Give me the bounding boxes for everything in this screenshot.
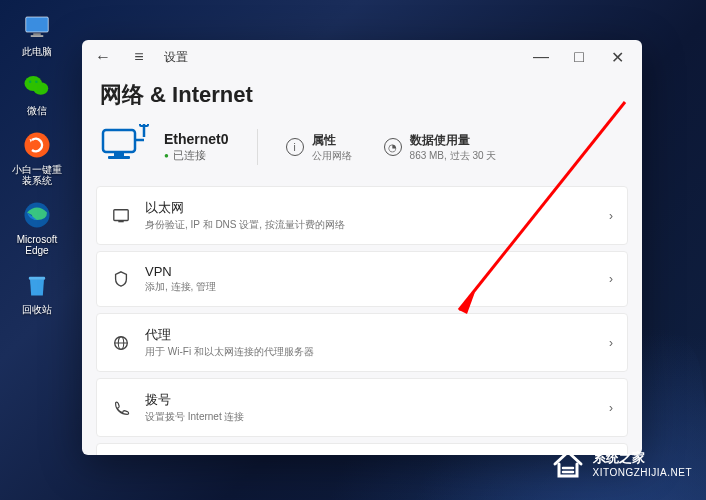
stat-title: 数据使用量 <box>410 132 497 149</box>
svg-rect-11 <box>114 152 124 156</box>
hamburger-icon[interactable]: ≡ <box>124 42 154 72</box>
minimize-button[interactable]: — <box>522 42 560 72</box>
card-sub: 添加, 连接, 管理 <box>145 280 595 294</box>
desktop-icon-edge[interactable]: Microsoft Edge <box>12 198 62 256</box>
svg-rect-12 <box>108 156 130 159</box>
desktop-icon-wechat[interactable]: 微信 <box>12 69 62 116</box>
desktop-icon-this-pc[interactable]: 此电脑 <box>12 10 62 57</box>
reinstall-icon <box>20 128 54 162</box>
desktop-icon-label: 回收站 <box>22 304 52 315</box>
connection-state: ●已连接 <box>164 148 229 163</box>
desktop-icon-label: 微信 <box>27 105 47 116</box>
card-title: 拨号 <box>145 391 595 409</box>
desktop-icon-label: 此电脑 <box>22 46 52 57</box>
desktop-icon-xiaobai[interactable]: 小白一键重装系统 <box>12 128 62 186</box>
desktop-icons-column: 此电脑 微信 小白一键重装系统 Microsoft Edge 回收站 <box>12 10 62 315</box>
vpn-icon <box>111 269 131 289</box>
svg-point-5 <box>29 80 32 83</box>
data-usage-button[interactable]: ◔ 数据使用量 863 MB, 过去 30 天 <box>384 132 497 163</box>
close-button[interactable]: ✕ <box>598 42 636 72</box>
stat-sub: 863 MB, 过去 30 天 <box>410 149 497 163</box>
properties-button[interactable]: i 属性 公用网络 <box>286 132 352 163</box>
meter-icon: ◔ <box>384 138 402 156</box>
wechat-icon <box>20 69 54 103</box>
proxy-icon <box>111 333 131 353</box>
stat-sub: 公用网络 <box>312 149 352 163</box>
settings-window: ← ≡ 设置 — □ ✕ 网络 & Internet Ethernet0 ●已连… <box>82 40 642 455</box>
svg-point-6 <box>35 80 38 83</box>
list-item-vpn[interactable]: VPN 添加, 连接, 管理 › <box>96 251 628 307</box>
house-icon <box>551 446 585 480</box>
watermark: 系统之家 XITONGZHIJIA.NET <box>551 446 693 480</box>
svg-rect-2 <box>31 35 44 37</box>
svg-rect-17 <box>118 220 123 222</box>
chevron-right-icon: › <box>609 209 613 223</box>
desktop-icon-recycle[interactable]: 回收站 <box>12 268 62 315</box>
card-sub: 用于 Wi-Fi 和以太网连接的代理服务器 <box>145 345 595 359</box>
svg-rect-9 <box>29 277 45 280</box>
desktop-icon-label: Microsoft Edge <box>12 234 62 256</box>
svg-rect-10 <box>103 130 135 152</box>
chevron-right-icon: › <box>609 401 613 415</box>
list-item-ethernet[interactable]: 以太网 身份验证, IP 和 DNS 设置, 按流量计费的网络 › <box>96 186 628 245</box>
stat-title: 属性 <box>312 132 352 149</box>
back-button[interactable]: ← <box>88 42 118 72</box>
svg-rect-0 <box>26 17 49 32</box>
svg-rect-16 <box>114 209 128 220</box>
chevron-right-icon: › <box>609 272 613 286</box>
list-item-proxy[interactable]: 代理 用于 Wi-Fi 和以太网连接的代理服务器 › <box>96 313 628 372</box>
pc-icon <box>20 10 54 44</box>
watermark-url: XITONGZHIJIA.NET <box>593 467 693 478</box>
page-title: 网络 & Internet <box>82 74 642 124</box>
card-title: 代理 <box>145 326 595 344</box>
edge-icon <box>20 198 54 232</box>
titlebar: ← ≡ 设置 — □ ✕ <box>82 40 642 74</box>
settings-list: 以太网 身份验证, IP 和 DNS 设置, 按流量计费的网络 › VPN 添加… <box>82 186 642 455</box>
card-title: VPN <box>145 264 595 279</box>
chevron-right-icon: › <box>609 336 613 350</box>
window-title: 设置 <box>164 49 188 66</box>
ethernet-icon <box>111 206 131 226</box>
info-icon: i <box>286 138 304 156</box>
connection-name: Ethernet0 <box>164 131 229 147</box>
desktop-icon-label: 小白一键重装系统 <box>12 164 62 186</box>
svg-point-4 <box>33 82 48 95</box>
watermark-name: 系统之家 <box>593 449 693 467</box>
card-title: 以太网 <box>145 199 595 217</box>
list-item-dialup[interactable]: 拨号 设置拨号 Internet 连接 › <box>96 378 628 437</box>
connection-status-row: Ethernet0 ●已连接 i 属性 公用网络 ◔ 数据使用量 863 MB,… <box>82 124 642 186</box>
recycle-bin-icon <box>20 268 54 302</box>
list-item-advanced[interactable]: 高级网络设置 › <box>96 443 628 455</box>
maximize-button[interactable]: □ <box>560 42 598 72</box>
card-sub: 身份验证, IP 和 DNS 设置, 按流量计费的网络 <box>145 218 595 232</box>
svg-rect-1 <box>33 33 41 35</box>
card-sub: 设置拨号 Internet 连接 <box>145 410 595 424</box>
svg-point-7 <box>25 133 50 158</box>
dialup-icon <box>111 398 131 418</box>
computer-network-icon <box>100 124 150 170</box>
